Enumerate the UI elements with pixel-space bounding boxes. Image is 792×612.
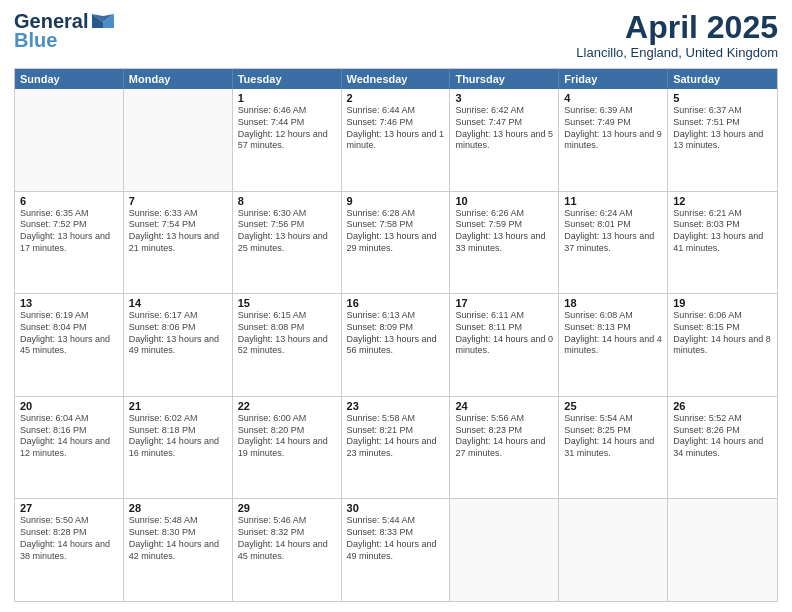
day-info: Sunrise: 6:08 AM Sunset: 8:13 PM Dayligh… xyxy=(564,310,662,357)
day-number: 24 xyxy=(455,400,553,412)
day-number: 11 xyxy=(564,195,662,207)
location: Llancillo, England, United Kingdom xyxy=(576,45,778,60)
calendar-cell-4-2: 29Sunrise: 5:46 AM Sunset: 8:32 PM Dayli… xyxy=(233,499,342,601)
day-number: 27 xyxy=(20,502,118,514)
calendar-cell-0-4: 3Sunrise: 6:42 AM Sunset: 7:47 PM Daylig… xyxy=(450,89,559,191)
calendar-row-5: 27Sunrise: 5:50 AM Sunset: 8:28 PM Dayli… xyxy=(15,498,777,601)
header-friday: Friday xyxy=(559,69,668,89)
day-info: Sunrise: 6:15 AM Sunset: 8:08 PM Dayligh… xyxy=(238,310,336,357)
calendar-cell-2-5: 18Sunrise: 6:08 AM Sunset: 8:13 PM Dayli… xyxy=(559,294,668,396)
day-info: Sunrise: 6:39 AM Sunset: 7:49 PM Dayligh… xyxy=(564,105,662,152)
day-number: 6 xyxy=(20,195,118,207)
day-info: Sunrise: 6:33 AM Sunset: 7:54 PM Dayligh… xyxy=(129,208,227,255)
header-thursday: Thursday xyxy=(450,69,559,89)
day-info: Sunrise: 5:46 AM Sunset: 8:32 PM Dayligh… xyxy=(238,515,336,562)
month-title: April 2025 xyxy=(576,10,778,45)
calendar-body: 1Sunrise: 6:46 AM Sunset: 7:44 PM Daylig… xyxy=(15,89,777,601)
header-wednesday: Wednesday xyxy=(342,69,451,89)
page: General Blue April 2025 Llancillo, Engla… xyxy=(0,0,792,612)
calendar-cell-0-0 xyxy=(15,89,124,191)
day-number: 8 xyxy=(238,195,336,207)
calendar-cell-4-5 xyxy=(559,499,668,601)
day-info: Sunrise: 5:58 AM Sunset: 8:21 PM Dayligh… xyxy=(347,413,445,460)
day-info: Sunrise: 6:19 AM Sunset: 8:04 PM Dayligh… xyxy=(20,310,118,357)
calendar-cell-1-4: 10Sunrise: 6:26 AM Sunset: 7:59 PM Dayli… xyxy=(450,192,559,294)
day-number: 12 xyxy=(673,195,772,207)
calendar-cell-0-2: 1Sunrise: 6:46 AM Sunset: 7:44 PM Daylig… xyxy=(233,89,342,191)
day-number: 21 xyxy=(129,400,227,412)
day-info: Sunrise: 6:11 AM Sunset: 8:11 PM Dayligh… xyxy=(455,310,553,357)
calendar-cell-0-6: 5Sunrise: 6:37 AM Sunset: 7:51 PM Daylig… xyxy=(668,89,777,191)
day-number: 4 xyxy=(564,92,662,104)
title-section: April 2025 Llancillo, England, United Ki… xyxy=(576,10,778,60)
logo-blue-text: Blue xyxy=(14,29,57,52)
day-info: Sunrise: 6:02 AM Sunset: 8:18 PM Dayligh… xyxy=(129,413,227,460)
calendar-cell-3-6: 26Sunrise: 5:52 AM Sunset: 8:26 PM Dayli… xyxy=(668,397,777,499)
calendar-cell-4-1: 28Sunrise: 5:48 AM Sunset: 8:30 PM Dayli… xyxy=(124,499,233,601)
header-saturday: Saturday xyxy=(668,69,777,89)
calendar-cell-2-6: 19Sunrise: 6:06 AM Sunset: 8:15 PM Dayli… xyxy=(668,294,777,396)
calendar-row-1: 1Sunrise: 6:46 AM Sunset: 7:44 PM Daylig… xyxy=(15,89,777,191)
day-number: 18 xyxy=(564,297,662,309)
calendar-cell-4-0: 27Sunrise: 5:50 AM Sunset: 8:28 PM Dayli… xyxy=(15,499,124,601)
calendar-row-2: 6Sunrise: 6:35 AM Sunset: 7:52 PM Daylig… xyxy=(15,191,777,294)
day-info: Sunrise: 6:30 AM Sunset: 7:56 PM Dayligh… xyxy=(238,208,336,255)
calendar-cell-3-5: 25Sunrise: 5:54 AM Sunset: 8:25 PM Dayli… xyxy=(559,397,668,499)
day-info: Sunrise: 6:00 AM Sunset: 8:20 PM Dayligh… xyxy=(238,413,336,460)
day-info: Sunrise: 6:24 AM Sunset: 8:01 PM Dayligh… xyxy=(564,208,662,255)
calendar: Sunday Monday Tuesday Wednesday Thursday… xyxy=(14,68,778,602)
day-info: Sunrise: 6:04 AM Sunset: 8:16 PM Dayligh… xyxy=(20,413,118,460)
header-sunday: Sunday xyxy=(15,69,124,89)
day-number: 7 xyxy=(129,195,227,207)
day-info: Sunrise: 6:46 AM Sunset: 7:44 PM Dayligh… xyxy=(238,105,336,152)
calendar-cell-1-5: 11Sunrise: 6:24 AM Sunset: 8:01 PM Dayli… xyxy=(559,192,668,294)
calendar-cell-2-4: 17Sunrise: 6:11 AM Sunset: 8:11 PM Dayli… xyxy=(450,294,559,396)
day-number: 26 xyxy=(673,400,772,412)
day-number: 19 xyxy=(673,297,772,309)
calendar-cell-3-4: 24Sunrise: 5:56 AM Sunset: 8:23 PM Dayli… xyxy=(450,397,559,499)
day-number: 20 xyxy=(20,400,118,412)
day-info: Sunrise: 5:50 AM Sunset: 8:28 PM Dayligh… xyxy=(20,515,118,562)
calendar-cell-2-2: 15Sunrise: 6:15 AM Sunset: 8:08 PM Dayli… xyxy=(233,294,342,396)
calendar-cell-1-6: 12Sunrise: 6:21 AM Sunset: 8:03 PM Dayli… xyxy=(668,192,777,294)
header-monday: Monday xyxy=(124,69,233,89)
day-info: Sunrise: 6:06 AM Sunset: 8:15 PM Dayligh… xyxy=(673,310,772,357)
logo-bird-icon xyxy=(92,14,114,30)
day-info: Sunrise: 5:54 AM Sunset: 8:25 PM Dayligh… xyxy=(564,413,662,460)
calendar-cell-0-1 xyxy=(124,89,233,191)
day-number: 5 xyxy=(673,92,772,104)
calendar-cell-1-2: 8Sunrise: 6:30 AM Sunset: 7:56 PM Daylig… xyxy=(233,192,342,294)
day-info: Sunrise: 5:48 AM Sunset: 8:30 PM Dayligh… xyxy=(129,515,227,562)
calendar-cell-0-3: 2Sunrise: 6:44 AM Sunset: 7:46 PM Daylig… xyxy=(342,89,451,191)
day-number: 9 xyxy=(347,195,445,207)
calendar-cell-4-6 xyxy=(668,499,777,601)
day-info: Sunrise: 6:21 AM Sunset: 8:03 PM Dayligh… xyxy=(673,208,772,255)
day-info: Sunrise: 6:42 AM Sunset: 7:47 PM Dayligh… xyxy=(455,105,553,152)
day-info: Sunrise: 6:35 AM Sunset: 7:52 PM Dayligh… xyxy=(20,208,118,255)
calendar-cell-2-3: 16Sunrise: 6:13 AM Sunset: 8:09 PM Dayli… xyxy=(342,294,451,396)
day-number: 28 xyxy=(129,502,227,514)
calendar-cell-3-2: 22Sunrise: 6:00 AM Sunset: 8:20 PM Dayli… xyxy=(233,397,342,499)
calendar-cell-4-3: 30Sunrise: 5:44 AM Sunset: 8:33 PM Dayli… xyxy=(342,499,451,601)
day-number: 23 xyxy=(347,400,445,412)
header-tuesday: Tuesday xyxy=(233,69,342,89)
day-info: Sunrise: 5:52 AM Sunset: 8:26 PM Dayligh… xyxy=(673,413,772,460)
day-number: 16 xyxy=(347,297,445,309)
calendar-cell-3-1: 21Sunrise: 6:02 AM Sunset: 8:18 PM Dayli… xyxy=(124,397,233,499)
logo: General Blue xyxy=(14,10,114,52)
calendar-cell-1-1: 7Sunrise: 6:33 AM Sunset: 7:54 PM Daylig… xyxy=(124,192,233,294)
calendar-cell-1-0: 6Sunrise: 6:35 AM Sunset: 7:52 PM Daylig… xyxy=(15,192,124,294)
day-number: 1 xyxy=(238,92,336,104)
calendar-cell-2-0: 13Sunrise: 6:19 AM Sunset: 8:04 PM Dayli… xyxy=(15,294,124,396)
day-number: 10 xyxy=(455,195,553,207)
calendar-cell-3-0: 20Sunrise: 6:04 AM Sunset: 8:16 PM Dayli… xyxy=(15,397,124,499)
day-info: Sunrise: 6:13 AM Sunset: 8:09 PM Dayligh… xyxy=(347,310,445,357)
day-number: 14 xyxy=(129,297,227,309)
day-number: 2 xyxy=(347,92,445,104)
day-number: 13 xyxy=(20,297,118,309)
day-info: Sunrise: 6:28 AM Sunset: 7:58 PM Dayligh… xyxy=(347,208,445,255)
day-info: Sunrise: 6:17 AM Sunset: 8:06 PM Dayligh… xyxy=(129,310,227,357)
day-info: Sunrise: 6:37 AM Sunset: 7:51 PM Dayligh… xyxy=(673,105,772,152)
calendar-cell-4-4 xyxy=(450,499,559,601)
day-info: Sunrise: 6:44 AM Sunset: 7:46 PM Dayligh… xyxy=(347,105,445,152)
